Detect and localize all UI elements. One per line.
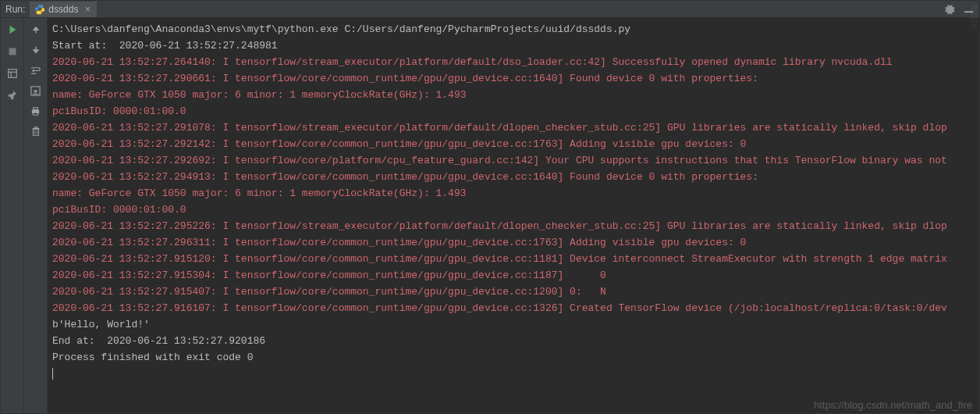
console-line: 2020-06-21 13:52:27.292142: I tensorflow… <box>52 136 975 152</box>
watermark-side: 80359 <box>969 5 978 29</box>
console-line: 2020-06-21 13:52:27.290661: I tensorflow… <box>52 70 975 87</box>
console-line: 2020-06-21 13:52:27.915120: I tensorflow… <box>52 251 975 267</box>
run-tool-window: Run: dssdds × <box>0 0 980 414</box>
close-icon[interactable]: × <box>84 4 91 14</box>
gear-icon[interactable] <box>943 3 955 15</box>
console-actions-gutter <box>24 18 48 413</box>
console-line: C:\Users\danfeng\Anaconda3\envs\mytf\pyt… <box>52 21 975 37</box>
svg-rect-5 <box>35 30 36 33</box>
svg-rect-11 <box>34 107 38 109</box>
layout-button[interactable] <box>5 66 20 80</box>
svg-rect-12 <box>34 112 38 115</box>
stop-button[interactable] <box>5 45 20 59</box>
scroll-up-icon[interactable] <box>29 23 43 37</box>
watermark-bottom: https://blog.csdn.net/math_and_fire <box>814 399 972 411</box>
console-line: 2020-06-21 13:52:27.916107: I tensorflow… <box>52 300 975 316</box>
tab-name: dssdds <box>48 4 78 15</box>
run-actions-gutter <box>1 18 24 413</box>
svg-rect-6 <box>35 47 36 50</box>
console-line: 2020-06-21 13:52:27.292692: I tensorflow… <box>52 152 975 169</box>
titlebar-left: Run: dssdds × <box>5 2 943 17</box>
svg-rect-1 <box>9 48 16 55</box>
console-line: 2020-06-21 13:52:27.264140: I tensorflow… <box>52 54 975 70</box>
console-line: 2020-06-21 13:52:27.296311: I tensorflow… <box>52 234 975 251</box>
console-line: name: GeForce GTX 1050 major: 6 minor: 1… <box>52 87 975 103</box>
console-line: 2020-06-21 13:52:27.915407: I tensorflow… <box>52 284 975 300</box>
console-line: End at: 2020-06-21 13:52:27.920186 <box>52 333 975 349</box>
console-line: 2020-06-21 13:52:27.915304: I tensorflow… <box>52 267 975 284</box>
soft-wrap-icon[interactable] <box>29 63 43 77</box>
svg-rect-13 <box>33 129 38 135</box>
trash-icon[interactable] <box>29 124 43 138</box>
console-line: b'Hello, World!' <box>52 316 975 333</box>
console-output[interactable]: C:\Users\danfeng\Anaconda3\envs\mytf\pyt… <box>48 18 979 413</box>
print-icon[interactable] <box>29 104 43 118</box>
console-cursor-line <box>52 366 975 382</box>
pin-button[interactable] <box>5 88 20 102</box>
run-tab[interactable]: dssdds × <box>30 2 97 17</box>
svg-rect-2 <box>8 70 16 78</box>
console-line: Start at: 2020-06-21 13:52:27.248981 <box>52 37 975 54</box>
console-line: pciBusID: 0000:01:00.0 <box>52 202 975 218</box>
scroll-to-end-icon[interactable] <box>29 84 43 98</box>
run-body: C:\Users\danfeng\Anaconda3\envs\mytf\pyt… <box>1 18 979 413</box>
console-line: 2020-06-21 13:52:27.291078: I tensorflow… <box>52 120 975 136</box>
console-line: pciBusID: 0000:01:00.0 <box>52 103 975 120</box>
scroll-down-icon[interactable] <box>29 43 43 57</box>
python-file-icon <box>34 4 45 15</box>
console-line: 2020-06-21 13:52:27.294913: I tensorflow… <box>52 169 975 185</box>
run-titlebar: Run: dssdds × <box>1 1 979 18</box>
console-line: 2020-06-21 13:52:27.295226: I tensorflow… <box>52 218 975 234</box>
console-line: name: GeForce GTX 1050 major: 6 minor: 1… <box>52 185 975 202</box>
svg-rect-15 <box>34 127 37 129</box>
rerun-button[interactable] <box>5 23 20 37</box>
console-line: Process finished with exit code 0 <box>52 349 975 366</box>
run-label: Run: <box>5 4 25 15</box>
